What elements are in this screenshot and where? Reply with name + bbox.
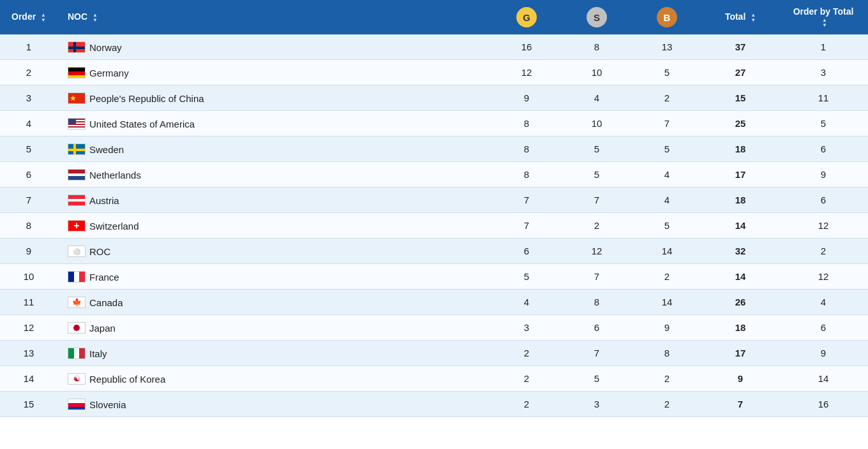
order-cell: 11	[0, 290, 57, 315]
gold-column-header: G	[491, 0, 562, 34]
bronze-cell: 5	[632, 136, 702, 162]
noc-column-header[interactable]: NOC ▲▼	[57, 0, 491, 34]
total-cell: 32	[702, 239, 779, 264]
gold-cell: 8	[491, 162, 562, 188]
silver-medal-icon: S	[587, 7, 607, 27]
gold-cell: 3	[491, 315, 562, 341]
noc-cell: People's Republic of China	[57, 85, 491, 111]
silver-cell: 6	[562, 315, 632, 341]
table-row: 15Slovenia232716	[0, 392, 868, 417]
gold-cell: 2	[491, 392, 562, 417]
silver-cell: 5	[562, 366, 632, 392]
order-cell: 2	[0, 60, 57, 85]
noc-cell: Netherlands	[57, 162, 491, 188]
order-cell: 4	[0, 111, 57, 136]
gold-cell: 2	[491, 341, 562, 366]
gold-cell: 4	[491, 290, 562, 315]
silver-cell: 8	[562, 34, 632, 60]
noc-cell: Republic of Korea	[57, 366, 491, 392]
bronze-cell: 5	[632, 213, 702, 239]
order-by-total-sort-icon[interactable]: ▲▼	[822, 18, 827, 28]
order-sort-icon[interactable]: ▲▼	[41, 13, 46, 23]
order-cell: 10	[0, 264, 57, 290]
table-row: 13Italy278179	[0, 341, 868, 366]
order-by-total-cell: 1	[779, 34, 868, 60]
table-row: 2Germany12105273	[0, 60, 868, 85]
noc-cell: Germany	[57, 60, 491, 85]
country-flag	[68, 220, 86, 232]
medals-table: Order ▲▼ NOC ▲▼ G S	[0, 0, 868, 417]
order-by-total-cell: 6	[779, 188, 868, 213]
gold-cell: 12	[491, 60, 562, 85]
country-name: Canada	[89, 297, 123, 308]
total-sort-icon[interactable]: ▲▼	[751, 13, 756, 23]
table-row: 14Republic of Korea252914	[0, 366, 868, 392]
country-name: Germany	[89, 68, 129, 78]
noc-cell: Canada	[57, 290, 491, 315]
silver-cell: 12	[562, 239, 632, 264]
bronze-cell: 2	[632, 264, 702, 290]
gold-cell: 7	[491, 213, 562, 239]
order-cell: 15	[0, 392, 57, 417]
order-by-total-cell: 9	[779, 162, 868, 188]
gold-cell: 16	[491, 34, 562, 60]
silver-cell: 8	[562, 290, 632, 315]
total-cell: 17	[702, 162, 779, 188]
noc-cell: Switzerland	[57, 213, 491, 239]
country-name: People's Republic of China	[89, 93, 204, 104]
country-flag	[68, 67, 86, 78]
gold-cell: 5	[491, 264, 562, 290]
country-name: Republic of Korea	[89, 374, 165, 385]
order-cell: 13	[0, 341, 57, 366]
total-header-label: Total	[725, 11, 745, 22]
table-row: 11Canada4814264	[0, 290, 868, 315]
country-name: France	[89, 272, 119, 283]
table-row: 7Austria774186	[0, 188, 868, 213]
gold-medal-icon: G	[516, 7, 537, 27]
total-cell: 14	[702, 264, 779, 290]
country-flag	[68, 322, 86, 334]
silver-cell: 3	[562, 392, 632, 417]
bronze-cell: 2	[632, 392, 702, 417]
order-by-total-cell: 14	[779, 366, 868, 392]
table-row: 6Netherlands854179	[0, 162, 868, 188]
gold-cell: 8	[491, 136, 562, 162]
country-name: Switzerland	[89, 221, 139, 232]
bronze-cell: 14	[632, 290, 702, 315]
total-cell: 18	[702, 315, 779, 341]
noc-cell: Austria	[57, 188, 491, 213]
country-name: Austria	[89, 195, 119, 206]
gold-cell: 7	[491, 188, 562, 213]
noc-header-label: NOC	[68, 11, 87, 22]
order-by-total-cell: 12	[779, 264, 868, 290]
silver-column-header: S	[562, 0, 632, 34]
order-cell: 8	[0, 213, 57, 239]
country-name: ROC	[89, 246, 110, 257]
order-header-label: Order	[11, 11, 36, 22]
order-cell: 12	[0, 315, 57, 341]
order-by-total-cell: 6	[779, 136, 868, 162]
table-row: 4United States of America8107255	[0, 111, 868, 136]
bronze-cell: 4	[632, 162, 702, 188]
silver-cell: 10	[562, 60, 632, 85]
country-name: Slovenia	[89, 399, 126, 410]
table-row: 12Japan369186	[0, 315, 868, 341]
country-flag	[68, 195, 86, 206]
total-cell: 37	[702, 34, 779, 60]
country-flag	[68, 118, 86, 129]
table-row: 8Switzerland7251412	[0, 213, 868, 239]
order-by-total-header-content: Order by Total ▲▼	[784, 6, 863, 28]
gold-cell: 9	[491, 85, 562, 111]
bronze-cell: 13	[632, 34, 702, 60]
noc-cell: Italy	[57, 341, 491, 366]
silver-cell: 5	[562, 162, 632, 188]
total-column-header[interactable]: Total ▲▼	[702, 0, 779, 34]
bronze-cell: 5	[632, 60, 702, 85]
order-column-header[interactable]: Order ▲▼	[0, 0, 57, 34]
table-header-row: Order ▲▼ NOC ▲▼ G S	[0, 0, 868, 34]
total-cell: 7	[702, 392, 779, 417]
total-cell: 9	[702, 366, 779, 392]
silver-cell: 4	[562, 85, 632, 111]
noc-sort-icon[interactable]: ▲▼	[93, 13, 98, 23]
order-by-total-column-header[interactable]: Order by Total ▲▼	[779, 0, 868, 34]
